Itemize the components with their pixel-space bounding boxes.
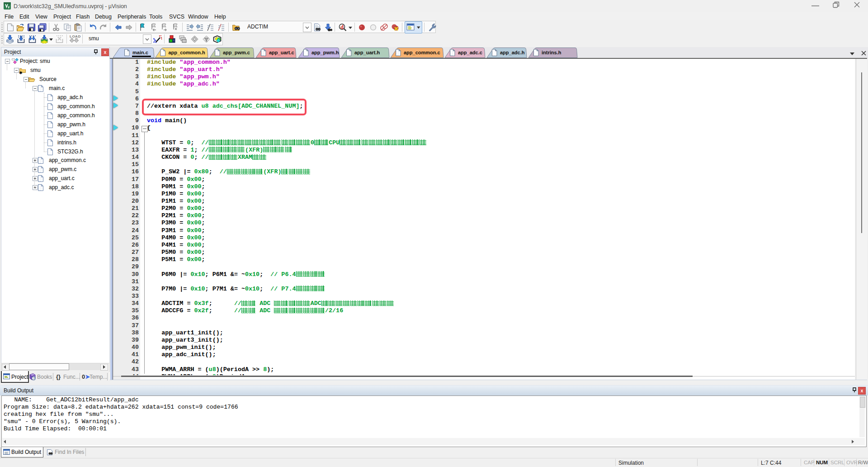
- svg-text:intrins.h: intrins.h: [542, 50, 561, 55]
- svg-text:app_adc.c: app_adc.c: [458, 50, 482, 55]
- svg-text:?: ?: [33, 376, 35, 381]
- svg-text:app_pwm.c: app_pwm.c: [223, 50, 250, 55]
- svg-text:d: d: [340, 24, 344, 30]
- svg-text:app_pwm.h: app_pwm.h: [311, 50, 339, 55]
- svg-text:app_uart.h: app_uart.h: [354, 50, 380, 55]
- svg-text:main.c: main.c: [132, 50, 148, 55]
- svg-text:app_common.c: app_common.c: [404, 50, 440, 55]
- svg-text:app_adc.h: app_adc.h: [500, 50, 525, 55]
- svg-text:app_uart.c: app_uart.c: [269, 50, 294, 55]
- svg-text:app_common.h: app_common.h: [169, 50, 206, 55]
- svg-text:LOAD: LOAD: [70, 34, 81, 38]
